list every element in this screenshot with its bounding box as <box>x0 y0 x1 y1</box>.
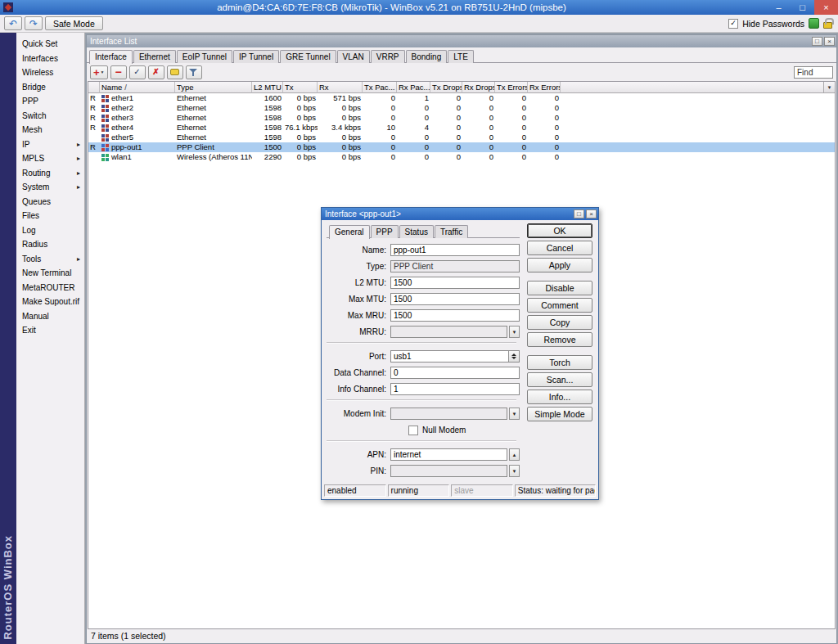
max-mtu-field[interactable]: 1500 <box>390 293 520 305</box>
tab-ethernet[interactable]: Ethernet <box>133 50 176 63</box>
tab-interface[interactable]: Interface <box>89 50 133 64</box>
sidebar-item-routing[interactable]: Routing▸ <box>16 166 84 181</box>
filter-button[interactable] <box>186 65 202 79</box>
table-row[interactable]: Rether4Ethernet159876.1 kbps3.4 kbps1040… <box>88 123 835 133</box>
dialog-tab-ppp[interactable]: PPP <box>371 225 399 238</box>
sidebar-item-tools[interactable]: Tools▸ <box>16 252 84 267</box>
spinner-button[interactable] <box>508 351 519 362</box>
simple-mode-button[interactable]: Simple Mode <box>527 407 592 421</box>
table-row[interactable]: Rether1Ethernet16000 bps571 bps010000 <box>88 93 835 103</box>
dropdown-arrow-button[interactable]: ▼ <box>509 408 520 420</box>
sidebar-item-manual[interactable]: Manual <box>16 309 84 324</box>
tab-vlan[interactable]: VLAN <box>337 50 370 63</box>
dialog-close-button[interactable]: × <box>586 209 597 218</box>
sidebar-item-new-terminal[interactable]: New Terminal <box>16 266 84 281</box>
sidebar-item-system[interactable]: System▸ <box>16 180 84 195</box>
tab-ip-tunnel[interactable]: IP Tunnel <box>233 50 279 63</box>
sidebar-item-ip[interactable]: IP▸ <box>16 137 84 152</box>
column-selector-button[interactable]: ▼ <box>823 82 835 93</box>
safe-mode-button[interactable]: Safe Mode <box>45 16 103 30</box>
dropdown-arrow-button[interactable]: ▼ <box>509 465 520 477</box>
sidebar-item-radius[interactable]: Radius <box>16 237 84 252</box>
column-header-rx-drops[interactable]: Rx Drops <box>462 82 495 93</box>
apply-button[interactable]: Apply <box>527 258 592 272</box>
tab-bonding[interactable]: Bonding <box>406 50 448 63</box>
dialog-tab-general[interactable]: General <box>329 225 370 239</box>
comment-button[interactable]: Comment <box>527 298 592 313</box>
tab-vrrp[interactable]: VRRP <box>371 50 405 63</box>
disable-button[interactable]: Disable <box>527 281 592 295</box>
find-input[interactable]: Find <box>794 66 833 79</box>
remove-button[interactable]: − <box>110 65 127 79</box>
dropdown-arrow-button[interactable]: ▼ <box>509 326 520 338</box>
tab-lte[interactable]: LTE <box>448 50 474 63</box>
column-header-name[interactable]: Name/ <box>100 82 175 93</box>
table-row[interactable]: ether5Ethernet15980 bps0 bps000000 <box>88 133 835 142</box>
interface-list-titlebar[interactable]: Interface List □ × <box>87 35 836 47</box>
sidebar-item-mpls[interactable]: MPLS▸ <box>16 151 84 166</box>
up-arrow-button[interactable]: ▲ <box>509 448 520 461</box>
comment-button[interactable] <box>167 65 183 79</box>
table-row[interactable]: Rppp-out1PPP Client15000 bps0 bps000000 <box>88 142 835 152</box>
null-modem-checkbox[interactable] <box>408 426 418 435</box>
redo-button[interactable]: ↷ <box>25 16 43 30</box>
disable-button[interactable]: ✗ <box>148 65 164 79</box>
dialog-tab-traffic[interactable]: Traffic <box>435 225 468 238</box>
cancel-button[interactable]: Cancel <box>527 241 592 255</box>
port-field[interactable]: usb1 <box>390 350 520 363</box>
max-mru-field[interactable]: 1500 <box>390 309 520 322</box>
enable-button[interactable]: ✓ <box>129 65 146 79</box>
column-header-rx[interactable]: Rx <box>318 82 363 93</box>
copy-button[interactable]: Copy <box>527 315 592 330</box>
dialog-restore-button[interactable]: □ <box>574 209 584 218</box>
column-header-rx-pac[interactable]: Rx Pac... <box>397 82 430 93</box>
name-field[interactable]: ppp-out1 <box>390 244 520 256</box>
pin-field[interactable] <box>390 465 507 477</box>
sidebar-item-wireless[interactable]: Wireless <box>16 65 84 80</box>
sidebar-item-queues[interactable]: Queues <box>16 195 84 209</box>
table-row[interactable]: wlan1Wireless (Atheros 11N)22900 bps0 bp… <box>88 152 835 162</box>
info-channel-field[interactable]: 1 <box>390 383 520 395</box>
column-header-rx-errors[interactable]: Rx Errors <box>528 82 561 93</box>
tab-eoip-tunnel[interactable]: EoIP Tunnel <box>177 50 232 63</box>
sidebar-item-mesh[interactable]: Mesh <box>16 123 84 137</box>
column-header-tx-drops[interactable]: Tx Drops <box>430 82 462 93</box>
sidebar-item-switch[interactable]: Switch <box>16 109 84 124</box>
dialog-titlebar[interactable]: Interface <ppp-out1> □ × <box>322 208 598 220</box>
tab-gre-tunnel[interactable]: GRE Tunnel <box>280 50 336 63</box>
sidebar-item-interfaces[interactable]: Interfaces <box>16 52 84 66</box>
sidebar-item-bridge[interactable]: Bridge <box>16 80 84 95</box>
dialog-tab-status[interactable]: Status <box>399 225 434 238</box>
remove-button[interactable]: Remove <box>527 332 592 347</box>
sidebar-item-make-supout-rif[interactable]: Make Supout.rif <box>16 295 84 309</box>
close-button[interactable]: × <box>814 0 838 15</box>
modem-init-field[interactable] <box>390 408 507 420</box>
sidebar-item-log[interactable]: Log <box>16 223 84 238</box>
data-channel-field[interactable]: 0 <box>390 367 520 379</box>
table-row[interactable]: Rether2Ethernet15980 bps0 bps000000 <box>88 103 835 113</box>
ok-button[interactable]: OK <box>527 223 592 238</box>
add-button[interactable]: + ▼ <box>90 65 108 79</box>
torch-button[interactable]: Torch <box>527 355 592 370</box>
interface-list-close-button[interactable]: × <box>824 37 835 46</box>
sidebar-item-ppp[interactable]: PPP <box>16 94 84 109</box>
type-field[interactable]: PPP Client <box>390 260 520 272</box>
info-button[interactable]: Info... <box>527 390 592 404</box>
column-header-l2-mtu[interactable]: L2 MTU <box>252 82 283 93</box>
mrru-field[interactable] <box>390 326 507 338</box>
column-header-tx-errors[interactable]: Tx Errors <box>495 82 528 93</box>
column-header-tx-pac[interactable]: Tx Pac... <box>363 82 397 93</box>
undo-button[interactable]: ↶ <box>4 16 22 30</box>
sidebar-item-exit[interactable]: Exit <box>16 323 84 338</box>
maximize-button[interactable]: □ <box>791 0 814 15</box>
column-header-tx[interactable]: Tx <box>283 82 318 93</box>
minimize-button[interactable]: – <box>767 0 791 15</box>
l2-mtu-field[interactable]: 1500 <box>390 277 520 289</box>
scan-button[interactable]: Scan... <box>527 372 592 387</box>
apn-field[interactable]: internet <box>390 448 507 461</box>
column-header-type[interactable]: Type <box>175 82 252 93</box>
sidebar-item-metarouter[interactable]: MetaROUTER <box>16 281 84 295</box>
sidebar-item-quick-set[interactable]: Quick Set <box>16 37 84 52</box>
sidebar-item-files[interactable]: Files <box>16 209 84 223</box>
restore-button[interactable]: □ <box>812 37 822 46</box>
